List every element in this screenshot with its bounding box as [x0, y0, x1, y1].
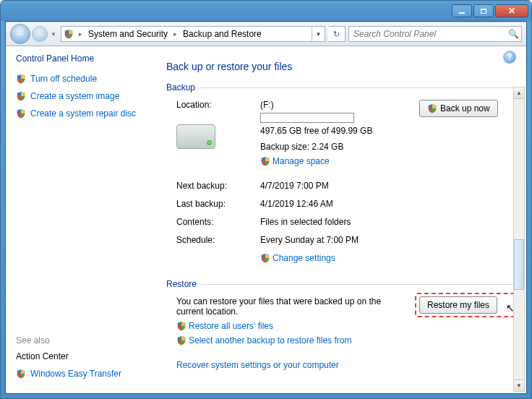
info-value: 4/7/2019 7:00 PM [260, 181, 513, 195]
shield-icon [16, 91, 26, 101]
nav-history-dropdown[interactable]: ▼ [49, 26, 58, 42]
location-value: (F:) [260, 100, 415, 110]
back-up-now-button[interactable]: Back up now [419, 100, 498, 117]
help-button[interactable]: ? [503, 51, 516, 64]
main-content: ? Back up or restore your files Backup L… [162, 46, 526, 393]
search-icon[interactable]: 🔍 [505, 29, 521, 39]
info-label: Last backup: [176, 199, 256, 209]
hard-drive-icon [176, 124, 215, 149]
refresh-button[interactable]: ↻ [328, 26, 346, 42]
see-also-label: Windows Easy Transfer [30, 369, 121, 379]
shield-icon [16, 108, 26, 119]
breadcrumb-segment[interactable]: System and Security [85, 27, 171, 41]
select-another-backup-link[interactable]: Select another backup to restore files f… [176, 335, 415, 346]
shield-icon [16, 369, 26, 379]
button-label: Restore my files [427, 300, 489, 310]
backup-size-text: Backup size: 2.24 GB [260, 142, 415, 152]
sidebar-link-create-system-image[interactable]: Create a system image [16, 91, 162, 101]
manage-space-link[interactable]: Manage space [260, 156, 415, 166]
location-label: Location: [176, 100, 256, 110]
change-settings-link[interactable]: Change settings [260, 253, 513, 263]
sidebar-link-label: Create a system image [30, 91, 119, 101]
shield-icon [176, 335, 186, 346]
address-bar[interactable]: ▸ System and Security ▸ Backup and Resto… [61, 26, 325, 42]
restore-description: You can restore your files that were bac… [176, 296, 393, 317]
close-button[interactable]: ✕ [495, 4, 528, 17]
link-label: Manage space [273, 156, 330, 166]
sidebar-link-turn-off-schedule[interactable]: Turn off schedule [16, 74, 162, 84]
restore-my-files-button[interactable]: Restore my files [419, 296, 497, 314]
sidebar-link-label: Turn off schedule [30, 74, 97, 84]
page-title: Back up or restore your files [166, 61, 513, 72]
shield-icon [260, 253, 270, 263]
nav-back-button[interactable]: ← [10, 24, 30, 44]
control-panel-home-link[interactable]: Control Panel Home [16, 53, 162, 64]
breadcrumb-arrow[interactable]: ▸ [171, 30, 180, 38]
see-also-windows-easy-transfer[interactable]: Windows Easy Transfer [16, 369, 162, 379]
titlebar: ✕ [1, 1, 531, 21]
vertical-scrollbar[interactable]: ▲ ▼ [513, 87, 525, 392]
minimize-button[interactable] [452, 4, 472, 17]
link-label: Select another backup to restore files f… [189, 335, 351, 346]
breadcrumb-arrow[interactable]: ▸ [76, 30, 85, 38]
shield-icon [427, 103, 437, 113]
see-also-action-center[interactable]: Action Center [16, 351, 162, 361]
info-label: Next backup: [176, 181, 256, 191]
see-also-label: Action Center [16, 351, 69, 361]
backup-info-grid: Next backup: 4/7/2019 7:00 PM Last backu… [176, 181, 513, 267]
info-value: 4/1/2019 12:46 AM [260, 199, 513, 213]
disk-usage-bar [260, 113, 354, 123]
see-also-heading: See also [16, 321, 162, 346]
info-value: Files in selected folders [260, 217, 513, 231]
info-value: Every Sunday at 7:00 PM [260, 235, 513, 249]
backup-section-header: Backup [166, 82, 513, 93]
sidebar: Control Panel Home Turn off schedule Cre… [6, 46, 162, 393]
control-panel-icon [61, 27, 76, 41]
link-label: Change settings [273, 253, 335, 263]
restore-all-users-link[interactable]: Restore all users' files [176, 321, 415, 331]
scroll-down-button[interactable]: ▼ [514, 379, 524, 391]
shield-icon [176, 321, 186, 331]
scroll-up-button[interactable]: ▲ [514, 87, 524, 99]
recover-system-link[interactable]: Recover system settings or your computer [176, 360, 339, 370]
free-space-text: 497.65 GB free of 499.99 GB [260, 126, 415, 136]
nav-forward-button[interactable]: → [32, 26, 48, 42]
info-label: Contents: [176, 217, 256, 227]
breadcrumb-segment[interactable]: Backup and Restore [180, 27, 265, 41]
info-label: Schedule: [176, 235, 256, 245]
button-label: Back up now [440, 103, 490, 113]
restore-section-header: Restore [166, 279, 513, 289]
sidebar-link-label: Create a system repair disc [30, 108, 136, 119]
shield-icon [16, 74, 26, 84]
link-label: Restore all users' files [189, 321, 273, 331]
maximize-button[interactable] [473, 4, 494, 17]
scroll-thumb[interactable] [514, 239, 524, 290]
navbar: ← → ▼ ▸ System and Security ▸ Backup and… [6, 22, 526, 46]
search-input[interactable] [349, 29, 505, 39]
address-dropdown[interactable]: ▼ [312, 27, 325, 41]
shield-icon [260, 156, 270, 166]
search-box[interactable]: 🔍 [348, 26, 522, 42]
sidebar-link-create-repair-disc[interactable]: Create a system repair disc [16, 108, 162, 119]
